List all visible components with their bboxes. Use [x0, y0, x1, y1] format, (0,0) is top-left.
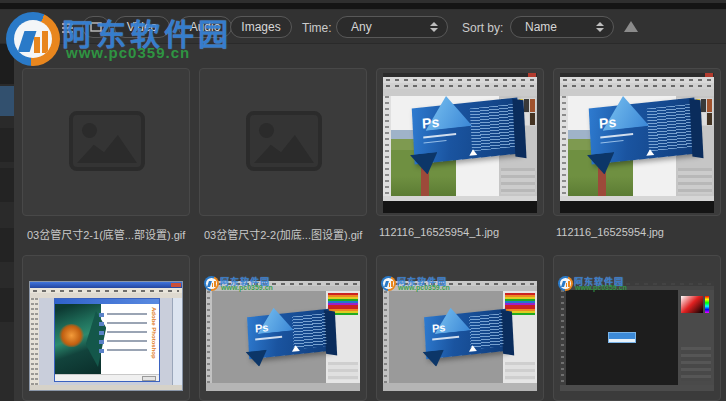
- splash-text-block: [647, 104, 692, 152]
- chevron-updown-icon: [430, 22, 438, 32]
- adobe-logo-icon: [469, 149, 477, 156]
- filter-video-button[interactable]: Video: [114, 16, 170, 38]
- cs6-splash-banner: Ps: [589, 97, 697, 164]
- splash-text-block: [470, 104, 515, 152]
- file-name[interactable]: 03岔管尺寸2-1(底管...部设置).gif: [27, 226, 185, 242]
- toolbar: ★ Video Audio Images Time: Any Sort by: …: [0, 10, 726, 44]
- thumbnail-tile[interactable]: Ps: [553, 68, 721, 216]
- splash-text-block: [469, 313, 503, 349]
- screenshot-toolbar: [560, 96, 568, 196]
- screenshot-optionsbar: [560, 89, 714, 96]
- screenshot-bottom-bar: [383, 383, 537, 391]
- window-top-strip: [0, 0, 726, 10]
- photoshop-cs6-splash-screenshot: Ps: [383, 73, 537, 213]
- time-dropdown-value: Any: [351, 20, 372, 34]
- media-browser-panel: ★ Video Audio Images Time: Any Sort by: …: [0, 0, 726, 401]
- chevron-updown-icon: [596, 22, 604, 32]
- placeholder-mountain-shape: [77, 135, 137, 163]
- screenshot-bottom-bar: [206, 383, 360, 391]
- watermark-site-url: www.pc0359.cn: [66, 44, 190, 61]
- hue-strip: [705, 296, 709, 313]
- screenshot-panel-rows: [501, 168, 535, 194]
- screenshot-statusbar: [30, 385, 182, 390]
- favorite-star-icon[interactable]: ★: [18, 19, 29, 33]
- time-dropdown[interactable]: Any: [336, 16, 448, 38]
- color-picker-gradient: [681, 296, 703, 313]
- thumbnail-tile[interactable]: 阿东软件园 www.pc0359.cn: [553, 255, 721, 401]
- panel-divider: [0, 3, 726, 9]
- screenshot-panel-rows: [505, 362, 535, 380]
- left-panel-edge: [0, 44, 14, 401]
- screenshot-dark-strip: [560, 201, 714, 213]
- placeholder-sun-shape: [259, 123, 274, 138]
- ps-logo-text: Ps: [255, 321, 269, 334]
- tropical-artwork: [55, 304, 101, 374]
- panel-edge-block: [0, 228, 14, 262]
- screenshot-dark-strip: [383, 201, 537, 213]
- cs6-splash-banner: Ps: [247, 309, 331, 360]
- dialog-bottom-bar: [55, 374, 159, 381]
- screenshot-canvas: [566, 290, 678, 385]
- dialog-link-rows: [107, 313, 147, 353]
- placeholder-image-icon: [246, 111, 322, 171]
- file-name[interactable]: 112116_16525954.jpg: [556, 226, 664, 238]
- list-view-icon[interactable]: [61, 21, 74, 34]
- screenshot-right-panels: [172, 298, 182, 385]
- preview-frame-icon[interactable]: [82, 16, 110, 38]
- adobe-logo-icon: [291, 345, 299, 352]
- sort-dropdown[interactable]: Name: [510, 16, 614, 38]
- screenshot-panel-rows: [328, 362, 358, 380]
- thumbnail-tile[interactable]: Ps 阿东软件园 www.pc0359.cn: [376, 255, 544, 401]
- thumbnail-tile[interactable]: [199, 68, 367, 216]
- watermark-badge: [608, 332, 636, 343]
- thumbnail-tile[interactable]: [22, 68, 190, 216]
- cs6-splash-banner: Ps: [412, 97, 520, 164]
- screenshot-toolbar: [383, 96, 391, 196]
- ps-logo-text: Ps: [422, 114, 440, 132]
- sort-ascending-icon[interactable]: [624, 21, 638, 32]
- thumbnail-tile[interactable]: Adobe Photoshop: [22, 255, 190, 401]
- placeholder-mountain-shape: [254, 135, 314, 163]
- placeholder-sun-shape: [82, 123, 97, 138]
- adobe-logo-icon: [468, 345, 476, 352]
- ps-logo-text: Ps: [599, 114, 617, 132]
- panel-edge-block: [0, 44, 14, 84]
- thumbnail-tile[interactable]: Ps: [376, 68, 544, 216]
- grid-view-icon[interactable]: [35, 21, 48, 34]
- filter-audio-button[interactable]: Audio: [178, 16, 232, 38]
- splash-text-block: [292, 313, 326, 349]
- welcome-dialog: Adobe Photoshop: [54, 298, 160, 382]
- screenshot-panel-rows: [681, 347, 711, 381]
- photoshop-welcome-dialog-screenshot: Adobe Photoshop: [29, 281, 183, 391]
- screenshot-optionsbar: [383, 89, 537, 96]
- adobe-photoshop-vertical-text: Adobe Photoshop: [151, 307, 157, 359]
- time-label: Time:: [302, 21, 332, 35]
- photoshop-cs6-splash-canvas-screenshot: Ps: [206, 281, 360, 391]
- photoshop-cs6-dark-ui-screenshot: [560, 281, 714, 391]
- photoshop-cs6-splash-canvas-screenshot: Ps: [383, 281, 537, 391]
- selected-item-edge[interactable]: [0, 86, 14, 116]
- panel-edge-block: [0, 288, 14, 322]
- thumbnail-tile[interactable]: Ps 阿东软件园 www.pc0359.cn: [199, 255, 367, 401]
- screenshot-tool-column: [30, 298, 39, 385]
- panel-edge-block: [0, 128, 14, 162]
- ps-logo-text: Ps: [432, 321, 446, 334]
- placeholder-image-icon: [69, 111, 145, 171]
- file-name[interactable]: 112116_16525954_1.jpg: [379, 226, 499, 238]
- filter-images-button[interactable]: Images: [230, 16, 292, 38]
- photoshop-cs6-splash-screenshot: Ps: [560, 73, 714, 213]
- cs6-splash-banner: Ps: [424, 309, 508, 360]
- sort-by-label: Sort by:: [462, 21, 503, 35]
- screenshot-right-panel: [678, 290, 714, 385]
- sort-dropdown-value: Name: [525, 20, 557, 34]
- panel-edge-block: [0, 168, 14, 202]
- screenshot-panel-rows: [678, 168, 712, 194]
- file-name[interactable]: 03岔管尺寸2-2(加底...图设置).gif: [204, 226, 362, 242]
- adobe-logo-icon: [646, 149, 654, 156]
